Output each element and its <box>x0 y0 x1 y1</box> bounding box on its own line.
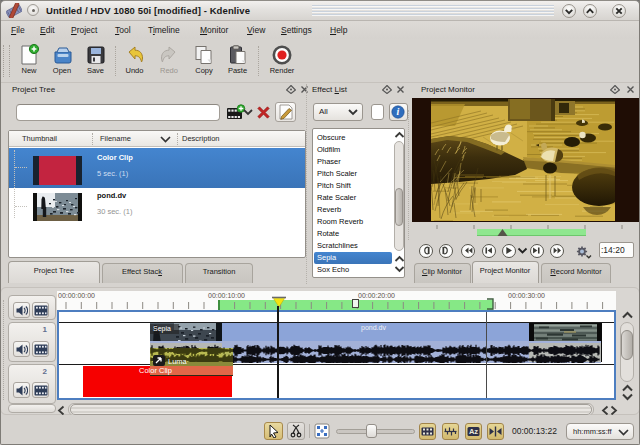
svg-text:Az: Az <box>468 427 477 436</box>
svg-text:i: i <box>397 106 400 117</box>
